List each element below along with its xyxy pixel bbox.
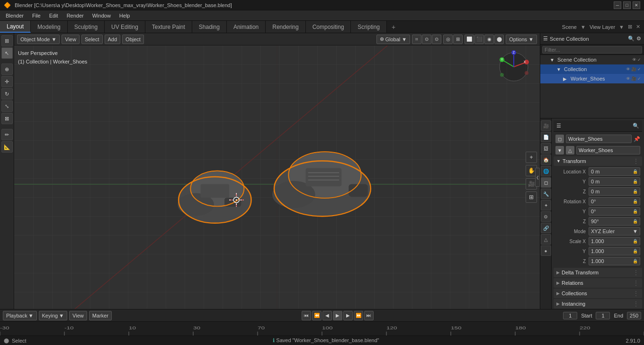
instancing-section[interactable]: ▶ Instancing ⋮ bbox=[554, 299, 642, 309]
outliner-search-input[interactable] bbox=[542, 46, 642, 54]
start-frame[interactable]: 1 bbox=[596, 312, 610, 319]
collection-render[interactable]: 🎥 bbox=[631, 67, 636, 72]
rotation-y-value[interactable]: 0° 🔒 bbox=[589, 207, 640, 216]
play-button[interactable]: ▶ bbox=[333, 311, 342, 320]
prop-tab-render[interactable]: 🎥 bbox=[541, 120, 551, 131]
scale-x-lock[interactable]: 🔒 bbox=[633, 239, 638, 244]
options-button[interactable]: Options ▼ bbox=[506, 35, 537, 44]
prop-tab-scene[interactable]: 🏠 bbox=[541, 154, 551, 165]
loc-z-lock[interactable]: 🔒 bbox=[633, 189, 638, 194]
zoom-in-button[interactable]: + bbox=[526, 152, 537, 163]
outliner-scene-collection[interactable]: ▼ Scene Collection 👁 ✓ bbox=[540, 55, 644, 64]
delta-transform-section[interactable]: ▶ Delta Transform ⋮ bbox=[554, 268, 642, 277]
tool-rotate[interactable]: ↻ bbox=[1, 88, 13, 100]
loc-y-lock[interactable]: 🔒 bbox=[633, 179, 638, 184]
prop-tab-world[interactable]: 🌐 bbox=[541, 166, 551, 176]
material-shading[interactable]: ◉ bbox=[484, 35, 494, 44]
location-x-value[interactable]: 0 m 🔒 bbox=[589, 167, 640, 176]
prop-tab-constraints[interactable]: 🔗 bbox=[541, 223, 551, 233]
timeline-view-button[interactable]: View bbox=[69, 311, 87, 320]
collections-section[interactable]: ▶ Collections ⋮ bbox=[554, 289, 642, 298]
tab-layout[interactable]: Layout bbox=[0, 21, 31, 33]
prop-tab-data[interactable]: △ bbox=[541, 234, 551, 245]
next-frame-button[interactable]: ⏩ bbox=[354, 311, 363, 320]
tool-annotate[interactable]: ✏ bbox=[1, 129, 13, 140]
current-frame[interactable]: 1 bbox=[563, 312, 577, 319]
scale-x-value[interactable]: 1.000 🔒 bbox=[589, 237, 640, 245]
rotation-z-value[interactable]: 90° 🔒 bbox=[589, 217, 640, 226]
tab-sculpting[interactable]: Sculpting bbox=[68, 21, 105, 33]
mode-value[interactable]: XYZ Euler ▼ bbox=[589, 227, 640, 236]
sub-object-name-value[interactable]: Worker_Shoes bbox=[576, 146, 640, 154]
view-menu-button[interactable]: View bbox=[62, 35, 80, 44]
rendered-shading[interactable]: ⬤ bbox=[494, 35, 504, 44]
outliner-collection[interactable]: ▼ Collection 👁 🎥 ✓ bbox=[540, 64, 644, 74]
global-transform-button[interactable]: ⊕ Global ▼ bbox=[376, 35, 411, 44]
local-icon[interactable]: ⊞ bbox=[453, 35, 463, 44]
properties-search-icon[interactable]: 🔍 bbox=[633, 123, 639, 129]
timeline-track[interactable]: -30 -10 10 30 70 100 120 150 180 220 240 bbox=[0, 322, 644, 336]
location-y-value[interactable]: 0 m 🔒 bbox=[589, 177, 640, 186]
scene-collection-filter[interactable]: ✓ bbox=[637, 57, 641, 62]
tab-compositing[interactable]: Compositing bbox=[306, 21, 351, 33]
grid-button[interactable]: ⊞ bbox=[526, 191, 537, 203]
tab-texture-paint[interactable]: Texture Paint bbox=[145, 21, 192, 33]
loc-x-lock[interactable]: 🔒 bbox=[633, 169, 638, 174]
tool-move[interactable]: ✛ bbox=[1, 76, 13, 87]
transform-header[interactable]: ▼ Transform ⋮ bbox=[554, 156, 642, 166]
snap-icon[interactable]: ⌗ bbox=[412, 35, 421, 44]
object-pin-icon[interactable]: 📌 bbox=[634, 136, 640, 142]
outliner-worker-shoes[interactable]: ▶ Worker_Shoes 👁 🎥 ✓ bbox=[540, 74, 644, 83]
collection-check[interactable]: ✓ bbox=[637, 67, 641, 72]
jump-end-button[interactable]: ⏭ bbox=[364, 311, 374, 320]
tab-modeling[interactable]: Modeling bbox=[31, 21, 68, 33]
maximize-button[interactable]: □ bbox=[623, 1, 631, 9]
outliner-filter-icon[interactable]: 🔍 bbox=[628, 36, 635, 42]
object-menu-button[interactable]: Object bbox=[122, 35, 144, 44]
prop-tab-particles[interactable]: ✦ bbox=[541, 200, 551, 210]
marker-button[interactable]: Marker bbox=[89, 311, 112, 320]
menu-blender[interactable]: Blender bbox=[2, 12, 27, 19]
scale-y-value[interactable]: 1.000 🔒 bbox=[589, 247, 640, 255]
shoe-check[interactable]: ✓ bbox=[637, 76, 641, 81]
n-panel-toggle[interactable]: ❮ bbox=[535, 168, 540, 187]
outliner-settings-icon[interactable]: ⚙ bbox=[636, 36, 641, 42]
menu-window[interactable]: Window bbox=[89, 12, 115, 19]
scale-y-lock[interactable]: 🔒 bbox=[633, 249, 638, 254]
tab-scripting[interactable]: Scripting bbox=[351, 21, 387, 33]
tab-uv-editing[interactable]: UV Editing bbox=[105, 21, 145, 33]
end-frame[interactable]: 250 bbox=[627, 312, 641, 319]
next-keyframe-button[interactable]: ▶ bbox=[343, 311, 353, 320]
menu-render[interactable]: Render bbox=[63, 12, 88, 19]
minimize-button[interactable]: ─ bbox=[614, 1, 621, 9]
tab-rendering[interactable]: Rendering bbox=[266, 21, 305, 33]
solid-shading[interactable]: ⬛ bbox=[474, 35, 484, 44]
rot-z-lock[interactable]: 🔒 bbox=[633, 219, 638, 224]
wireframe-shading[interactable]: ⬜ bbox=[465, 35, 474, 44]
scene-collection-eye[interactable]: 👁 bbox=[632, 57, 636, 62]
window-controls[interactable]: ─ □ ✕ bbox=[614, 1, 640, 9]
location-z-value[interactable]: 0 m 🔒 bbox=[589, 187, 640, 196]
rot-y-lock[interactable]: 🔒 bbox=[633, 209, 638, 214]
proportional2-icon[interactable]: ⊙ bbox=[432, 35, 441, 44]
collection-eye[interactable]: 👁 bbox=[626, 67, 630, 72]
tool-transform[interactable]: ⊠ bbox=[1, 113, 13, 124]
jump-start-button[interactable]: ⏮ bbox=[302, 311, 311, 320]
shoe-render[interactable]: 🎥 bbox=[631, 76, 636, 81]
rot-x-lock[interactable]: 🔒 bbox=[633, 199, 638, 204]
select-menu-button[interactable]: Select bbox=[81, 35, 103, 44]
prop-tab-physics[interactable]: ⚙ bbox=[541, 211, 551, 222]
tool-measure[interactable]: 📐 bbox=[1, 141, 13, 153]
pivot-icon[interactable]: ◎ bbox=[443, 35, 453, 44]
close-button[interactable]: ✕ bbox=[633, 1, 640, 9]
prop-tab-view-layer[interactable]: 🖼 bbox=[541, 143, 551, 154]
tool-cursor[interactable]: ⊕ bbox=[1, 64, 13, 75]
prop-tab-modifiers[interactable]: 🔧 bbox=[541, 189, 551, 199]
prop-tab-output[interactable]: 📄 bbox=[541, 132, 551, 142]
menu-file[interactable]: File bbox=[28, 12, 45, 19]
add-workspace-button[interactable]: + bbox=[387, 21, 400, 33]
tab-shading[interactable]: Shading bbox=[192, 21, 227, 33]
prop-tab-object[interactable]: ◻ bbox=[541, 177, 551, 188]
proportional-icon[interactable]: ⊙ bbox=[422, 35, 431, 44]
object-name-value[interactable]: Worker_Shoes bbox=[566, 135, 632, 143]
